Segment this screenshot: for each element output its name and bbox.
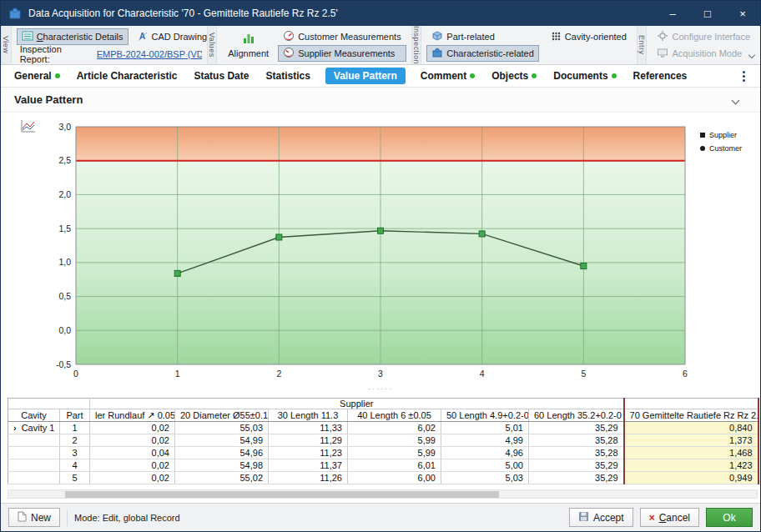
table-row[interactable]: ›Cavity 110,0255,0311,336,025,0135,290,8… [8, 422, 758, 434]
current-value-cell[interactable]: 0,949 [624, 472, 758, 484]
value-cell[interactable]: 11,33 [269, 422, 348, 434]
characteristic-details-button[interactable]: Characteristic Details [17, 28, 129, 45]
inspection-report-link[interactable]: EMPB-2024-002/BSP (VDA 2) [97, 49, 202, 59]
tab-article-characteristic[interactable]: Article Characteristic [75, 68, 179, 84]
part-related-button[interactable]: Part-related [426, 28, 539, 45]
column-header[interactable]: Cavity [8, 409, 60, 422]
value-cell[interactable]: 54,96 [175, 447, 269, 459]
current-value-cell[interactable]: 0,840 [624, 422, 758, 434]
characteristic-related-button[interactable]: Characteristic-related [426, 45, 539, 62]
value-cell[interactable]: 35,28 [529, 447, 624, 459]
collapse-section-icon[interactable] [733, 94, 738, 106]
cavity-oriented-label: Cavity-oriented [565, 32, 627, 42]
part-cell[interactable]: 5 [60, 472, 90, 484]
table-row[interactable]: 20,0254,9911,295,994,9935,281,373 [8, 434, 758, 447]
cavity-cell[interactable] [8, 459, 60, 472]
ribbon-collapse-icon[interactable] [749, 48, 754, 60]
value-cell[interactable]: 54,99 [175, 434, 269, 447]
characteristic-related-icon [431, 47, 443, 60]
value-cell[interactable]: 5,03 [441, 472, 529, 484]
ok-button[interactable]: Ok [706, 508, 753, 527]
part-cell[interactable]: 4 [60, 459, 90, 472]
table-row[interactable]: 40,0254,9811,376,015,0035,291,423 [8, 459, 758, 472]
maximize-button[interactable]: □ [690, 1, 725, 26]
table-row[interactable]: 50,0255,0211,266,005,0335,290,949 [8, 472, 758, 484]
value-cell[interactable]: 35,29 [529, 422, 624, 434]
value-cell[interactable]: 5,99 [348, 447, 441, 459]
value-cell[interactable]: 5,99 [348, 434, 441, 447]
current-value-cell[interactable]: 1,373 [624, 434, 758, 447]
tab-comment[interactable]: Comment [419, 68, 476, 84]
tab-status-date[interactable]: Status Date [192, 68, 250, 84]
alignment-label: Alignment [228, 48, 269, 58]
cancel-button[interactable]: × Cancel [640, 508, 699, 527]
value-cell[interactable]: 11,23 [269, 447, 348, 459]
part-cell[interactable]: 1 [60, 422, 90, 434]
new-button[interactable]: New [8, 508, 60, 527]
status-dot [612, 73, 617, 78]
value-cell[interactable]: 5,01 [441, 422, 529, 434]
table-row[interactable]: 30,0454,9611,235,994,9635,281,468 [8, 447, 758, 459]
column-header[interactable]: 50 Length 4.9+0.2-0 [441, 409, 529, 422]
value-cell[interactable]: 6,00 [348, 472, 441, 484]
tab-value-pattern[interactable]: Value Pattern [325, 68, 406, 84]
value-cell[interactable]: 11,29 [269, 434, 348, 447]
minimize-button[interactable]: – [655, 1, 690, 26]
footer-bar: New Mode: Edit, global Record Accept × C… [1, 503, 760, 531]
configure-interface-button[interactable]: Configure Interface [652, 28, 755, 45]
ok-button-label: Ok [723, 512, 735, 524]
value-cell[interactable]: 6,01 [348, 459, 441, 472]
tab-references[interactable]: References [632, 68, 689, 84]
cad-drawing-button[interactable]: A CAD Drawing [132, 28, 213, 45]
value-cell[interactable]: 0,04 [90, 447, 175, 459]
value-cell[interactable]: 0,02 [90, 434, 175, 447]
value-cell[interactable]: 6,02 [348, 422, 441, 434]
cavity-cell[interactable] [8, 472, 60, 484]
value-cell[interactable]: 0,02 [90, 472, 175, 484]
value-cell[interactable]: 55,02 [175, 472, 269, 484]
value-cell[interactable]: 11,37 [269, 459, 348, 472]
column-header[interactable]: 30 Length 11.3 [269, 409, 348, 422]
column-header[interactable]: Part [60, 409, 90, 422]
column-header[interactable]: 60 Length 35.2+0.2-0 [529, 409, 624, 422]
acquisition-mode-button[interactable]: Acquisition Mode [652, 45, 755, 62]
tab-general[interactable]: General [13, 68, 62, 84]
value-cell[interactable]: 0,02 [90, 422, 175, 434]
value-cell[interactable]: 0,02 [90, 459, 175, 472]
value-cell[interactable]: 11,26 [269, 472, 348, 484]
accept-button[interactable]: Accept [569, 508, 633, 527]
acquisition-mode-icon [657, 47, 668, 60]
alignment-button[interactable]: Alignment [222, 28, 275, 63]
value-cell[interactable]: 35,29 [529, 459, 624, 472]
horizontal-scrollbar[interactable] [8, 489, 758, 499]
close-button[interactable]: × [725, 1, 760, 26]
tab-overflow-menu-icon[interactable] [739, 69, 748, 83]
splitter-handle[interactable]: ······ [368, 384, 393, 393]
value-cell[interactable]: 5,00 [441, 459, 529, 472]
column-header[interactable]: 70 Gemittelte Rautiefe Rz Rz 2.5 [624, 409, 758, 422]
cavity-cell[interactable] [8, 434, 60, 447]
svg-text:2,0: 2,0 [58, 189, 71, 199]
value-cell[interactable]: 4,96 [441, 447, 529, 459]
value-cell[interactable]: 55,03 [175, 422, 269, 434]
column-header[interactable]: ler Rundlauf ↗ 0.05 A [90, 409, 175, 422]
part-cell[interactable]: 2 [60, 434, 90, 447]
value-cell[interactable]: 35,28 [529, 434, 624, 447]
cavity-cell[interactable] [8, 447, 60, 459]
value-cell[interactable]: 4,99 [441, 434, 529, 447]
tab-statistics[interactable]: Statistics [264, 68, 311, 84]
cavity-cell[interactable]: ›Cavity 1 [8, 422, 60, 434]
value-cell[interactable]: 54,98 [175, 459, 269, 472]
cavity-oriented-button[interactable]: Cavity-oriented [546, 28, 632, 45]
column-header[interactable]: 40 Length 6 ±0.05 [348, 409, 441, 422]
tab-objects[interactable]: Objects [490, 68, 538, 84]
scrollbar-thumb[interactable] [65, 491, 499, 498]
part-cell[interactable]: 3 [60, 447, 90, 459]
current-value-cell[interactable]: 1,423 [624, 459, 758, 472]
customer-measurements-button[interactable]: Customer Measurements [278, 28, 406, 45]
tab-documents[interactable]: Documents [552, 68, 617, 84]
value-cell[interactable]: 35,29 [529, 472, 624, 484]
supplier-measurements-button[interactable]: Supplier Measurements [278, 45, 406, 62]
current-value-cell[interactable]: 1,468 [624, 447, 758, 459]
column-header[interactable]: 20 Diameter Ø55±0.1 [175, 409, 269, 422]
